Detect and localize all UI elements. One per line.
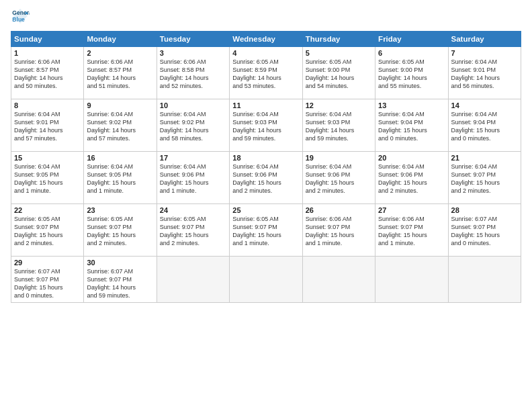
calendar-table: SundayMondayTuesdayWednesdayThursdayFrid… — [11, 31, 521, 303]
col-header-monday: Monday — [84, 32, 157, 47]
logo: General Blue — [11, 7, 32, 26]
day-number: 6 — [378, 49, 445, 57]
cell-info: Sunrise: 6:04 AM Sunset: 9:04 PM Dayligh… — [378, 110, 445, 143]
cell-info: Sunrise: 6:06 AM Sunset: 8:58 PM Dayligh… — [160, 58, 226, 91]
calendar-cell: 17Sunrise: 6:04 AM Sunset: 9:06 PM Dayli… — [157, 152, 229, 204]
cell-info: Sunrise: 6:06 AM Sunset: 8:57 PM Dayligh… — [14, 58, 81, 91]
day-number: 13 — [378, 101, 445, 109]
calendar-cell: 20Sunrise: 6:04 AM Sunset: 9:06 PM Dayli… — [375, 152, 448, 204]
col-header-friday: Friday — [375, 32, 448, 47]
day-number: 24 — [160, 206, 226, 214]
week-row: 8Sunrise: 6:04 AM Sunset: 9:01 PM Daylig… — [11, 99, 521, 152]
cell-info: Sunrise: 6:05 AM Sunset: 9:00 PM Dayligh… — [306, 58, 372, 91]
calendar-cell: 9Sunrise: 6:04 AM Sunset: 9:02 PM Daylig… — [84, 99, 157, 152]
calendar-cell: 21Sunrise: 6:04 AM Sunset: 9:07 PM Dayli… — [448, 152, 521, 204]
day-number: 17 — [160, 154, 226, 162]
cell-info: Sunrise: 6:05 AM Sunset: 9:07 PM Dayligh… — [232, 215, 299, 248]
day-number: 11 — [232, 101, 299, 109]
day-number: 5 — [306, 49, 372, 57]
day-number: 3 — [160, 49, 226, 57]
day-number: 8 — [14, 101, 81, 109]
cell-info: Sunrise: 6:07 AM Sunset: 9:07 PM Dayligh… — [451, 215, 518, 248]
logo-icon: General Blue — [11, 7, 30, 26]
calendar-cell — [448, 257, 521, 303]
calendar-cell: 22Sunrise: 6:05 AM Sunset: 9:07 PM Dayli… — [11, 204, 84, 257]
cell-info: Sunrise: 6:04 AM Sunset: 9:01 PM Dayligh… — [14, 110, 81, 143]
cell-info: Sunrise: 6:04 AM Sunset: 9:04 PM Dayligh… — [451, 110, 518, 143]
calendar-cell: 4Sunrise: 6:05 AM Sunset: 8:59 PM Daylig… — [230, 47, 302, 99]
calendar-cell — [230, 257, 302, 303]
cell-info: Sunrise: 6:04 AM Sunset: 9:06 PM Dayligh… — [160, 163, 226, 195]
svg-text:Blue: Blue — [12, 16, 25, 23]
calendar-cell: 10Sunrise: 6:04 AM Sunset: 9:02 PM Dayli… — [157, 99, 229, 152]
day-number: 22 — [14, 206, 81, 214]
day-number: 1 — [14, 49, 81, 57]
calendar-cell: 15Sunrise: 6:04 AM Sunset: 9:05 PM Dayli… — [11, 152, 84, 204]
cell-info: Sunrise: 6:04 AM Sunset: 9:07 PM Dayligh… — [451, 163, 518, 195]
col-header-saturday: Saturday — [448, 32, 521, 47]
calendar-cell: 14Sunrise: 6:04 AM Sunset: 9:04 PM Dayli… — [448, 99, 521, 152]
calendar-cell: 2Sunrise: 6:06 AM Sunset: 8:57 PM Daylig… — [84, 47, 157, 99]
cell-info: Sunrise: 6:05 AM Sunset: 9:07 PM Dayligh… — [14, 215, 81, 248]
cell-info: Sunrise: 6:05 AM Sunset: 8:59 PM Dayligh… — [232, 58, 299, 91]
day-number: 15 — [14, 154, 81, 162]
calendar-cell: 29Sunrise: 6:07 AM Sunset: 9:07 PM Dayli… — [11, 257, 84, 303]
day-number: 20 — [378, 154, 445, 162]
day-number: 30 — [87, 259, 153, 267]
col-header-sunday: Sunday — [11, 32, 84, 47]
week-row: 1Sunrise: 6:06 AM Sunset: 8:57 PM Daylig… — [11, 47, 521, 99]
calendar-cell: 7Sunrise: 6:04 AM Sunset: 9:01 PM Daylig… — [448, 47, 521, 99]
week-row: 22Sunrise: 6:05 AM Sunset: 9:07 PM Dayli… — [11, 204, 521, 257]
cell-info: Sunrise: 6:04 AM Sunset: 9:05 PM Dayligh… — [14, 163, 81, 195]
cell-info: Sunrise: 6:04 AM Sunset: 9:06 PM Dayligh… — [232, 163, 299, 195]
cell-info: Sunrise: 6:05 AM Sunset: 9:07 PM Dayligh… — [160, 215, 226, 248]
calendar-cell: 16Sunrise: 6:04 AM Sunset: 9:05 PM Dayli… — [84, 152, 157, 204]
calendar-cell — [302, 257, 375, 303]
cell-info: Sunrise: 6:07 AM Sunset: 9:07 PM Dayligh… — [14, 267, 81, 300]
week-row: 15Sunrise: 6:04 AM Sunset: 9:05 PM Dayli… — [11, 152, 521, 204]
cell-info: Sunrise: 6:04 AM Sunset: 9:06 PM Dayligh… — [306, 163, 372, 195]
header: General Blue — [11, 7, 521, 26]
day-number: 16 — [87, 154, 153, 162]
calendar-cell: 8Sunrise: 6:04 AM Sunset: 9:01 PM Daylig… — [11, 99, 84, 152]
day-number: 23 — [87, 206, 153, 214]
calendar-cell: 12Sunrise: 6:04 AM Sunset: 9:03 PM Dayli… — [302, 99, 375, 152]
calendar-cell: 6Sunrise: 6:05 AM Sunset: 9:00 PM Daylig… — [375, 47, 448, 99]
calendar-cell: 27Sunrise: 6:06 AM Sunset: 9:07 PM Dayli… — [375, 204, 448, 257]
calendar-cell — [157, 257, 229, 303]
cell-info: Sunrise: 6:04 AM Sunset: 9:02 PM Dayligh… — [160, 110, 226, 143]
cell-info: Sunrise: 6:05 AM Sunset: 9:07 PM Dayligh… — [87, 215, 153, 248]
calendar-cell: 25Sunrise: 6:05 AM Sunset: 9:07 PM Dayli… — [230, 204, 302, 257]
cell-info: Sunrise: 6:04 AM Sunset: 9:02 PM Dayligh… — [87, 110, 153, 143]
cell-info: Sunrise: 6:07 AM Sunset: 9:07 PM Dayligh… — [87, 267, 153, 300]
calendar-cell: 1Sunrise: 6:06 AM Sunset: 8:57 PM Daylig… — [11, 47, 84, 99]
calendar-cell — [375, 257, 448, 303]
cell-info: Sunrise: 6:04 AM Sunset: 9:06 PM Dayligh… — [378, 163, 445, 195]
day-number: 14 — [451, 101, 518, 109]
cell-info: Sunrise: 6:06 AM Sunset: 8:57 PM Dayligh… — [87, 58, 153, 91]
calendar-cell: 11Sunrise: 6:04 AM Sunset: 9:03 PM Dayli… — [230, 99, 302, 152]
day-number: 7 — [451, 49, 518, 57]
day-number: 18 — [232, 154, 299, 162]
day-number: 28 — [451, 206, 518, 214]
calendar-cell: 28Sunrise: 6:07 AM Sunset: 9:07 PM Dayli… — [448, 204, 521, 257]
col-header-tuesday: Tuesday — [157, 32, 229, 47]
page: General Blue SundayMondayTuesdayWednesda… — [0, 0, 532, 411]
cell-info: Sunrise: 6:05 AM Sunset: 9:00 PM Dayligh… — [378, 58, 445, 91]
calendar-cell: 26Sunrise: 6:06 AM Sunset: 9:07 PM Dayli… — [302, 204, 375, 257]
cell-info: Sunrise: 6:04 AM Sunset: 9:01 PM Dayligh… — [451, 58, 518, 91]
calendar-cell: 5Sunrise: 6:05 AM Sunset: 9:00 PM Daylig… — [302, 47, 375, 99]
week-row: 29Sunrise: 6:07 AM Sunset: 9:07 PM Dayli… — [11, 257, 521, 303]
day-number: 26 — [306, 206, 372, 214]
cell-info: Sunrise: 6:04 AM Sunset: 9:03 PM Dayligh… — [232, 110, 299, 143]
col-header-thursday: Thursday — [302, 32, 375, 47]
calendar-cell: 13Sunrise: 6:04 AM Sunset: 9:04 PM Dayli… — [375, 99, 448, 152]
col-header-wednesday: Wednesday — [230, 32, 302, 47]
day-number: 9 — [87, 101, 153, 109]
day-number: 25 — [232, 206, 299, 214]
cell-info: Sunrise: 6:04 AM Sunset: 9:03 PM Dayligh… — [306, 110, 372, 143]
day-number: 19 — [306, 154, 372, 162]
day-number: 10 — [160, 101, 226, 109]
header-row: SundayMondayTuesdayWednesdayThursdayFrid… — [11, 32, 521, 47]
cell-info: Sunrise: 6:06 AM Sunset: 9:07 PM Dayligh… — [306, 215, 372, 248]
